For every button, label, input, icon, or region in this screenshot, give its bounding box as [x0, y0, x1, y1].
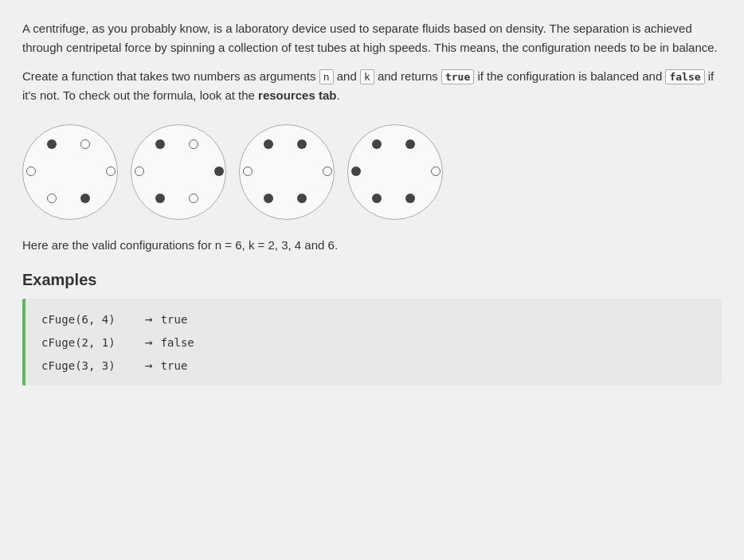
valid-configs-text: Here are the valid configurations for n … — [22, 236, 722, 255]
dot-3-1 — [405, 139, 415, 149]
dot-2-3 — [323, 166, 332, 176]
dot-3-3 — [431, 166, 441, 176]
example-result-0: true — [161, 313, 188, 326]
inline-k-code: k — [360, 69, 374, 84]
dot-0-2 — [26, 166, 36, 176]
dot-0-1 — [80, 139, 90, 149]
dot-1-0 — [155, 139, 165, 149]
dot-3-2 — [351, 166, 361, 176]
dot-2-5 — [297, 194, 307, 203]
example-result-2: true — [161, 359, 188, 372]
example-code-2: cFuge(3, 3) — [41, 359, 137, 372]
inline-n-code: n — [319, 69, 334, 84]
examples-heading: Examples — [22, 271, 722, 289]
resources-tab-link[interactable]: resources tab — [258, 88, 336, 102]
example-code-1: cFuge(2, 1) — [41, 336, 137, 349]
dot-1-1 — [189, 139, 198, 149]
dot-2-4 — [264, 194, 273, 203]
example-arrow-0: → — [145, 311, 153, 327]
dot-1-3 — [214, 166, 224, 176]
examples-block: cFuge(6, 4)→truecFuge(2, 1)→falsecFuge(3… — [22, 299, 722, 386]
dot-1-4 — [155, 194, 165, 203]
dot-3-0 — [372, 139, 382, 149]
description-block: A centrifuge, as you probably know, is a… — [22, 19, 722, 105]
para2-before-n: Create a function that takes two numbers… — [22, 69, 319, 83]
para2-and1: and — [334, 69, 360, 83]
valid-configs-para: Here are the valid configurations for n … — [22, 236, 722, 255]
centrifuge-diagram-1 — [131, 124, 226, 220]
para2-and2: and returns — [374, 69, 441, 83]
example-arrow-2: → — [145, 358, 153, 373]
centrifuge-diagrams — [22, 124, 722, 220]
dot-3-5 — [405, 194, 415, 203]
dot-2-0 — [264, 139, 273, 149]
dot-0-3 — [106, 166, 116, 176]
dot-3-4 — [372, 194, 382, 203]
para2-end: . — [336, 88, 339, 102]
dot-0-4 — [47, 194, 57, 203]
para2-after-true: if the configuration is balanced and — [474, 69, 665, 83]
dot-2-2 — [243, 166, 253, 176]
example-row-0: cFuge(6, 4)→true — [41, 311, 706, 327]
dot-2-1 — [297, 139, 307, 149]
dot-0-5 — [80, 194, 90, 203]
example-code-0: cFuge(6, 4) — [41, 313, 137, 326]
inline-true-code: true — [441, 69, 474, 84]
example-row-1: cFuge(2, 1)→false — [41, 335, 706, 350]
main-content: A centrifuge, as you probably know, is a… — [22, 19, 722, 386]
centrifuge-diagram-3 — [347, 124, 443, 220]
dot-0-0 — [47, 139, 57, 149]
example-arrow-1: → — [145, 335, 153, 350]
example-result-1: false — [161, 336, 194, 349]
inline-false-code: false — [665, 69, 704, 84]
description-para1: A centrifuge, as you probably know, is a… — [22, 19, 722, 57]
centrifuge-diagram-2 — [239, 124, 335, 220]
dot-1-5 — [189, 194, 198, 203]
dot-1-2 — [135, 166, 144, 176]
description-para2: Create a function that takes two numbers… — [22, 67, 722, 105]
examples-section: Examples cFuge(6, 4)→truecFuge(2, 1)→fal… — [22, 271, 722, 386]
example-row-2: cFuge(3, 3)→true — [41, 358, 706, 373]
centrifuge-diagram-0 — [22, 124, 118, 220]
